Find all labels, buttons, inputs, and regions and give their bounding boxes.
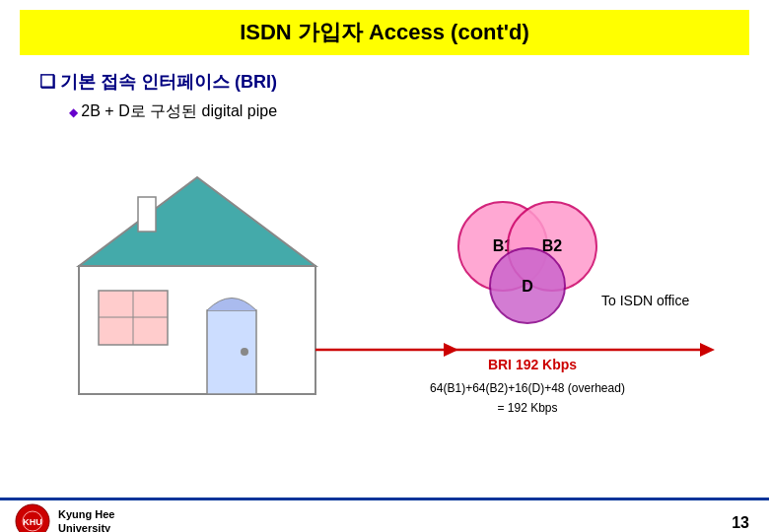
svg-text:To ISDN office: To ISDN office bbox=[601, 293, 689, 308]
svg-text:KHU: KHU bbox=[23, 517, 42, 527]
page-number: 13 bbox=[732, 514, 749, 532]
svg-marker-0 bbox=[79, 177, 315, 266]
svg-text:D: D bbox=[522, 278, 533, 295]
main-point: 기본 접속 인터페이스 (BRI) bbox=[39, 70, 730, 94]
svg-text:64(B1)+64(B2)+16(D)+48 (overhe: 64(B1)+64(B2)+16(D)+48 (overhead) bbox=[430, 381, 625, 395]
sub-point: 2B + D로 구성된 digital pipe bbox=[69, 101, 730, 122]
slide-container: ISDN 가입자 Access (cont'd) 기본 접속 인터페이스 (BR… bbox=[0, 10, 769, 532]
university-emblem-icon: KHU bbox=[15, 503, 50, 532]
university-name: Kyung Hee University bbox=[58, 507, 114, 532]
svg-rect-6 bbox=[207, 310, 256, 394]
title-bar: ISDN 가입자 Access (cont'd) bbox=[20, 10, 749, 55]
svg-marker-18 bbox=[700, 343, 715, 357]
university-logo: KHU Kyung Hee University bbox=[15, 503, 114, 532]
footer-bar: KHU Kyung Hee University bbox=[0, 498, 769, 532]
svg-text:= 192 Kbps: = 192 Kbps bbox=[497, 401, 557, 415]
svg-text:BRI 192 Kbps: BRI 192 Kbps bbox=[488, 357, 577, 372]
svg-point-7 bbox=[241, 348, 248, 356]
content-area: 기본 접속 인터페이스 (BRI) 2B + D로 구성된 digital pi… bbox=[0, 55, 769, 143]
diagram-area: B1 B2 D To ISDN office BRI 192 Kbps 64(B… bbox=[20, 148, 749, 433]
slide-title: ISDN 가입자 Access (cont'd) bbox=[39, 18, 730, 47]
svg-rect-1 bbox=[138, 197, 156, 232]
